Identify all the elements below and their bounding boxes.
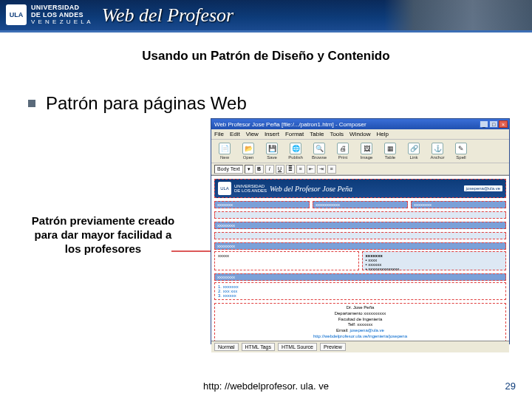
new-file-icon: 📄 (219, 143, 231, 154)
banner-title: Web del Profesor (102, 4, 234, 27)
tb-new[interactable]: 📄New (214, 143, 235, 160)
browse-icon: 🔍 (313, 143, 325, 154)
university-crest-icon: ULA (6, 4, 27, 25)
section-3: xxxxxxxx (214, 273, 506, 281)
page-header: ULA UNIVERSIDAD DE LOS ANDES Web del Pro… (214, 179, 506, 198)
tb-link[interactable]: 🔗Link (403, 143, 424, 160)
list-ol-button[interactable]: ≡ (296, 165, 305, 174)
prof-page-title: Web del Profesor Jose Peña (270, 185, 352, 193)
font-dropdown[interactable]: ▾ (245, 165, 253, 174)
col-left: xxxxx (214, 251, 359, 270)
indent-button[interactable]: ⇥ (317, 165, 326, 174)
format-bar: Body Text ▾ B I U ≣ ≡ ⇤ ⇥ ≡ (211, 163, 509, 175)
col-right: xxxxxxx • xxxx • xxxxxx • xxxxxxxxxxxxxx (362, 251, 507, 270)
bold-button[interactable]: B (255, 165, 264, 174)
tb-anchor[interactable]: ⚓Anchor (427, 143, 448, 160)
format-dropdown[interactable]: Body Text (214, 165, 243, 174)
list-ul-button[interactable]: ≣ (286, 165, 295, 174)
underline-button[interactable]: U (276, 165, 284, 174)
minimize-icon[interactable]: _ (480, 120, 488, 128)
section-1: xxxxxxxx (214, 222, 506, 229)
section-2: xxxxxxxx (214, 242, 506, 250)
tb-print[interactable]: 🖨Print (332, 143, 353, 160)
tb-save[interactable]: 💾Save (262, 143, 282, 160)
menu-table[interactable]: Table (310, 131, 324, 137)
anchor-icon: ⚓ (432, 143, 443, 154)
nav-2[interactable]: xxxxxxxxxxx (313, 201, 408, 208)
bullet-item: Patrón para páginas Web (28, 93, 532, 114)
bullet-text: Patrón para páginas Web (46, 93, 247, 114)
print-icon: 🖨 (337, 143, 349, 154)
banner-photo (384, 0, 532, 30)
page-crest-icon: ULA (218, 182, 231, 195)
align-left-button[interactable]: ≡ (327, 165, 336, 174)
tab-preview[interactable]: Preview (320, 343, 346, 351)
outdent-button[interactable]: ⇤ (307, 165, 316, 174)
wide-bar-2 (214, 232, 506, 239)
window-titlebar: Web Profesor Jose Peña [file:/.../patron… (211, 119, 509, 129)
tb-publish[interactable]: 🌐Publish (285, 143, 306, 160)
page-canvas[interactable]: ULA UNIVERSIDAD DE LOS ANDES Web del Pro… (211, 175, 509, 341)
tb-table[interactable]: ▦Table (380, 143, 400, 160)
close-icon[interactable]: × (499, 120, 508, 128)
menu-bar[interactable]: File Edit View Insert Format Table Tools… (211, 129, 509, 140)
publish-icon: 🌐 (290, 143, 301, 154)
page-number: 29 (505, 381, 516, 392)
italic-button[interactable]: I (265, 165, 274, 174)
save-icon: 💾 (266, 143, 278, 154)
menu-file[interactable]: File (214, 131, 224, 137)
numbered-list: 1. xxxxxxx 2. xxx xxx 3. xxxxxx (214, 282, 506, 300)
tb-image[interactable]: 🖼Image (356, 143, 377, 160)
spell-icon: ✎ (455, 143, 467, 154)
image-icon: 🖼 (361, 143, 372, 154)
menu-help[interactable]: Help (377, 131, 389, 137)
status-bar: Normal HTML Tags HTML Source Preview (211, 341, 509, 352)
link-icon: 🔗 (408, 143, 420, 154)
university-name: UNIVERSIDAD DE LOS ANDES V E N E Z U E L… (31, 4, 92, 26)
nav-3[interactable]: xxxxxxxx (411, 201, 506, 208)
table-icon: ▦ (384, 143, 396, 154)
tb-open[interactable]: 📂Open (238, 143, 259, 160)
slide-banner: ULA UNIVERSIDAD DE LOS ANDES V E N E Z U… (0, 0, 532, 33)
composer-window: Web Profesor Jose Peña [file:/.../patron… (211, 118, 510, 344)
tb-browse[interactable]: 🔍Browse (309, 143, 330, 160)
menu-window[interactable]: Window (349, 131, 370, 137)
page-nav: xxxxxxx xxxxxxxxxxx xxxxxxxx (214, 201, 506, 208)
window-title: Web Profesor Jose Peña [file:/.../patron… (214, 121, 366, 128)
tab-html-source[interactable]: HTML Source (278, 343, 317, 351)
tab-html-tags[interactable]: HTML Tags (242, 343, 275, 351)
menu-insert[interactable]: Insert (265, 131, 279, 137)
slide-title: Usando un Patrón de Diseño y Contenido (0, 49, 532, 64)
slide-footer: http: //webdelprofesor. ula. ve 29 (0, 381, 532, 392)
maximize-icon[interactable]: □ (489, 120, 498, 128)
menu-format[interactable]: Format (285, 131, 304, 137)
tab-normal[interactable]: Normal (214, 343, 239, 351)
bullet-square-icon (28, 100, 35, 107)
banner-logo: ULA UNIVERSIDAD DE LOS ANDES V E N E Z U… (0, 4, 92, 26)
email-badge: josepena@ula.ve (464, 185, 502, 191)
footer-url: http: //webdelprofesor. ula. ve (203, 381, 329, 392)
nav-1[interactable]: xxxxxxx (214, 201, 310, 208)
menu-view[interactable]: View (246, 131, 259, 137)
signature-block: Dr. Jose Peña Departamento xxxxxxxxxx Fa… (214, 303, 506, 341)
menu-edit[interactable]: Edit (230, 131, 240, 137)
annotation-caption: Patrón previamente creado para dar mayor… (31, 214, 175, 256)
menu-tools[interactable]: Tools (330, 131, 344, 137)
wide-bar (214, 211, 506, 219)
tb-spell[interactable]: ✎Spell (451, 143, 471, 160)
open-icon: 📂 (242, 143, 254, 154)
toolbar: 📄New 📂Open 💾Save 🌐Publish 🔍Browse 🖨Print… (211, 140, 509, 163)
